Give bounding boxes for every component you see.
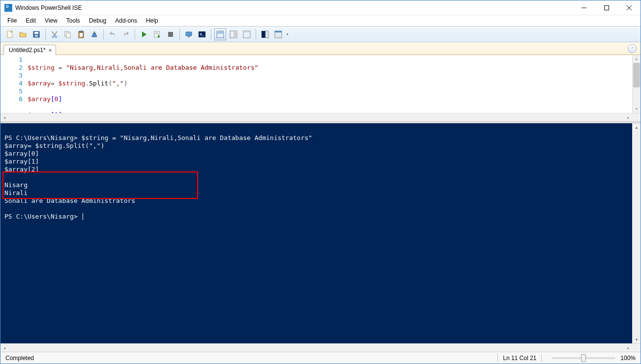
save-button[interactable] [30, 28, 42, 40]
console-line: $array[2] [4, 166, 39, 173]
console-output: Sonali are Database Administrators [4, 197, 135, 204]
show-script-max-button[interactable] [241, 28, 253, 40]
scroll-down-arrow[interactable]: ▾ [633, 105, 641, 113]
window-title: Windows PowerShell ISE [15, 4, 573, 11]
script-editor[interactable]: 1 2 3 4 5 6 $string = "Nisarg,Nirali,Son… [0, 55, 641, 113]
open-file-button[interactable] [17, 28, 29, 40]
run-selection-button[interactable] [151, 28, 163, 40]
collapse-script-pane-button[interactable]: ⌃ [628, 44, 637, 53]
copy-button[interactable] [62, 28, 74, 40]
toolbar-overflow[interactable]: ▾ [285, 32, 290, 36]
remote-button[interactable] [183, 28, 195, 40]
show-script-top-button[interactable] [214, 28, 226, 40]
editor-vertical-scrollbar[interactable]: ▴ ▾ [632, 55, 641, 113]
zoom-level: 100% [620, 355, 636, 362]
console-output: Nisarg [4, 181, 28, 189]
svg-rect-27 [217, 31, 224, 34]
status-message: Completed [5, 355, 493, 362]
menu-help[interactable]: Help [142, 16, 162, 25]
scroll-thumb[interactable] [633, 63, 640, 87]
titlebar: Windows PowerShell ISE [0, 0, 641, 15]
cursor-icon [83, 213, 83, 220]
svg-rect-31 [243, 31, 250, 32]
powershell-button[interactable]: >_ [196, 28, 208, 40]
tab-untitled2[interactable]: Untitled2.ps1* × [3, 45, 56, 55]
menubar: File Edit View Tools Debug Add-ons Help [0, 15, 641, 26]
console-pane[interactable]: PS C:\Users\Nisarg> $string = "Nisarg,Ni… [0, 123, 632, 343]
toolbar-separator [211, 29, 211, 40]
menu-tools[interactable]: Tools [62, 16, 84, 25]
svg-rect-6 [34, 32, 38, 34]
svg-rect-32 [262, 31, 265, 38]
menu-edit[interactable]: Edit [22, 16, 40, 25]
statusbar: Completed Ln 11 Col 21 100% [0, 352, 641, 364]
svg-point-10 [52, 36, 54, 38]
tab-close-button[interactable]: × [49, 47, 52, 53]
console-output: Nirali [4, 189, 28, 196]
new-file-button[interactable] [4, 28, 16, 40]
toolbar-separator [256, 29, 256, 40]
svg-point-11 [55, 36, 57, 38]
console-prompt: PS C:\Users\Nisarg> [4, 213, 82, 220]
toolbar-separator [135, 29, 135, 40]
zoom-slider[interactable] [552, 357, 615, 359]
code-area[interactable]: $string = "Nisarg,Nirali,Sonali are Data… [28, 55, 632, 113]
status-separator [541, 354, 542, 362]
show-script-right-button[interactable] [228, 28, 239, 40]
toolbar-separator [103, 29, 104, 40]
line-number: 2 [0, 64, 23, 72]
svg-rect-13 [66, 33, 70, 38]
menu-debug[interactable]: Debug [85, 16, 110, 25]
close-button[interactable] [618, 0, 641, 15]
line-number: 6 [0, 95, 23, 103]
scroll-left-arrow[interactable]: ◂ [0, 115, 8, 120]
svg-rect-7 [35, 35, 38, 37]
line-number: 5 [0, 87, 23, 95]
scroll-up-arrow[interactable]: ▴ [632, 123, 641, 131]
svg-rect-1 [605, 6, 609, 10]
minimize-button[interactable] [573, 0, 595, 15]
console-line: $array[1] [4, 158, 39, 165]
svg-rect-16 [80, 33, 83, 37]
zoom-thumb[interactable] [581, 354, 586, 362]
svg-rect-21 [168, 32, 173, 37]
clear-button[interactable] [88, 28, 100, 40]
svg-rect-22 [186, 32, 192, 36]
window-controls [573, 0, 641, 15]
paste-button[interactable] [75, 28, 87, 40]
app-icon [4, 4, 12, 12]
scroll-down-arrow[interactable]: ▾ [632, 336, 641, 343]
cut-button[interactable] [49, 28, 60, 40]
show-command-addon-button[interactable] [259, 28, 271, 40]
svg-rect-35 [275, 31, 282, 32]
tab-strip: Untitled2.ps1* × ⌃ [0, 42, 641, 55]
cursor-position: Ln 11 Col 21 [503, 355, 536, 362]
menu-addons[interactable]: Add-ons [111, 16, 141, 25]
menu-file[interactable]: File [3, 16, 21, 25]
maximize-button[interactable] [595, 0, 618, 15]
line-number-gutter: 1 2 3 4 5 6 [0, 55, 28, 113]
output-highlight-annotation [2, 171, 198, 199]
menu-view[interactable]: View [41, 16, 61, 25]
console-vertical-scrollbar[interactable]: ▴ ▾ [632, 123, 641, 343]
scroll-right-arrow[interactable]: ▸ [624, 115, 632, 120]
tab-label: Untitled2.ps1* [9, 47, 46, 54]
line-number: 1 [0, 56, 23, 64]
scroll-right-arrow[interactable]: ▸ [624, 346, 632, 350]
toolbar-separator [45, 29, 46, 40]
show-command-window-button[interactable] [272, 28, 284, 40]
console-horizontal-scrollbar[interactable]: ◂ ▸ [0, 343, 641, 352]
svg-rect-33 [265, 31, 268, 38]
undo-button[interactable] [107, 28, 118, 40]
svg-text:>_: >_ [200, 32, 205, 37]
line-number: 3 [0, 72, 23, 80]
stop-button[interactable] [165, 28, 176, 40]
status-separator [497, 354, 498, 362]
redo-button[interactable] [120, 28, 132, 40]
scroll-left-arrow[interactable]: ◂ [0, 346, 8, 350]
editor-horizontal-scrollbar[interactable]: ◂ ▸ [0, 113, 641, 121]
console-prompt: PS C:\Users\Nisarg> [4, 134, 78, 141]
toolbar: >_ ▾ [0, 26, 641, 42]
run-button[interactable] [138, 28, 150, 40]
scroll-up-arrow[interactable]: ▴ [633, 55, 641, 63]
